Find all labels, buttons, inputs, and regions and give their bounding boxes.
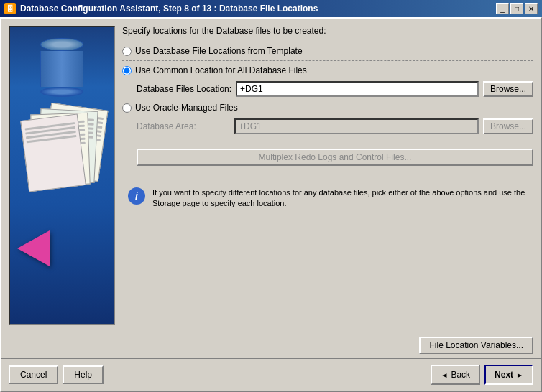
db-files-location-row: Database Files Location: Browse...: [137, 81, 533, 97]
back-button[interactable]: ◄ Back: [431, 365, 480, 385]
label-common: Use Common Location for All Database Fil…: [135, 65, 307, 75]
right-panel: Specify locations for the Database files…: [122, 26, 533, 325]
db-files-label: Database Files Location:: [137, 84, 231, 94]
db-files-input[interactable]: [236, 81, 479, 97]
title-bar: 🗄 Database Configuration Assistant, Step…: [0, 0, 542, 17]
close-button[interactable]: ✕: [525, 3, 538, 14]
db-files-browse-button[interactable]: Browse...: [483, 81, 533, 97]
label-template: Use Database File Locations from Templat…: [135, 46, 303, 56]
info-box: i If you want to specify different locat…: [122, 182, 533, 215]
window-body: Specify locations for the Database files…: [0, 17, 542, 392]
app-icon: 🗄: [4, 3, 16, 14]
help-button[interactable]: Help: [63, 365, 104, 384]
radio-template[interactable]: [122, 47, 132, 56]
info-text: If you want to specify different locatio…: [152, 187, 528, 210]
label-oracle: Use Oracle-Managed Files: [135, 103, 238, 113]
option-common: Use Common Location for All Database Fil…: [122, 65, 533, 75]
bottom-bar: Cancel Help ◄ Back Next ►: [1, 358, 541, 391]
minimize-button[interactable]: _: [496, 3, 509, 14]
next-button[interactable]: Next ►: [484, 365, 533, 385]
title-bar-buttons: _ □ ✕: [496, 3, 538, 14]
database-area-browse-button[interactable]: Browse...: [483, 118, 533, 134]
description-text: Specify locations for the Database files…: [122, 26, 533, 36]
radio-oracle[interactable]: [122, 103, 132, 113]
option-template: Use Database File Locations from Templat…: [122, 46, 533, 56]
next-label: Next: [495, 370, 513, 380]
bottom-right-buttons: ◄ Back Next ►: [431, 365, 533, 385]
info-icon: i: [128, 187, 145, 205]
divider: [122, 60, 533, 61]
radio-common[interactable]: [122, 66, 132, 75]
option-oracle: Use Oracle-Managed Files: [122, 103, 533, 113]
bottom-left-buttons: Cancel Help: [9, 365, 104, 384]
window-title: Database Configuration Assistant, Step 8…: [20, 4, 318, 14]
image-panel: [9, 26, 115, 325]
arrow-icon: [17, 230, 50, 266]
cancel-button[interactable]: Cancel: [9, 365, 58, 384]
back-label: Back: [451, 370, 470, 380]
content-area: Specify locations for the Database files…: [1, 19, 541, 332]
next-arrow-icon: ►: [516, 371, 523, 379]
database-area-label: Database Area:: [137, 121, 230, 131]
maximize-button[interactable]: □: [510, 3, 523, 14]
radio-group: Use Database File Locations from Templat…: [122, 46, 533, 140]
multiplex-button[interactable]: Multiplex Redo Logs and Control Files...: [137, 149, 533, 166]
database-area-input[interactable]: [234, 118, 479, 134]
database-area-row: Database Area: Browse...: [137, 118, 533, 134]
database-icon: [40, 38, 83, 88]
file-location-variables-button[interactable]: File Location Variables...: [419, 337, 533, 354]
back-arrow-icon: ◄: [441, 371, 448, 379]
file-loc-btn-row: File Location Variables...: [1, 332, 541, 358]
